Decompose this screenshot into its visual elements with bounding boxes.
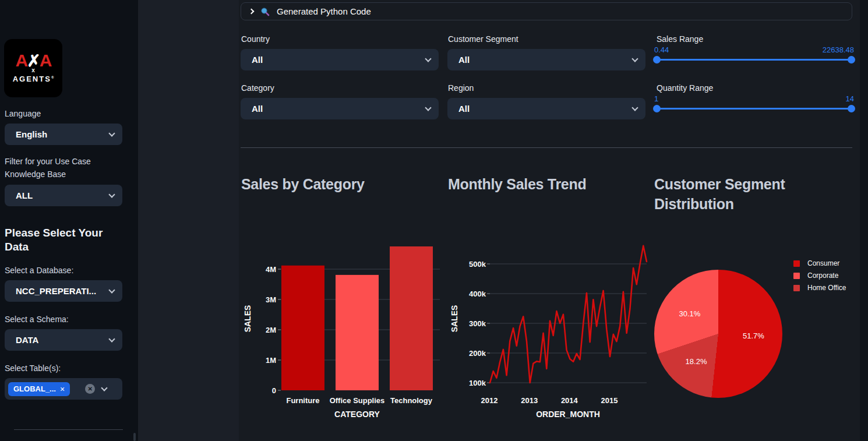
logo-monogram: A✗A — [16, 53, 51, 69]
select-data-heading-line1: Please Select Your — [5, 226, 103, 239]
database-select[interactable]: NCC_PREPERATI... — [5, 280, 122, 302]
remove-chip-icon[interactable]: × — [60, 384, 65, 394]
y-axis-title: SALES — [450, 305, 459, 333]
legend-item: Home Office — [793, 284, 846, 292]
x-axis-title: ORDER_MONTH — [536, 410, 600, 419]
trend-line — [490, 246, 647, 383]
slider-thumb-max[interactable] — [848, 105, 855, 112]
region-label: Region — [448, 83, 474, 93]
quantity-range-values: 1 14 — [654, 94, 854, 103]
y-tick-label: 0 — [272, 386, 276, 395]
slider-thumb-min[interactable] — [653, 105, 661, 112]
x-tick-label: 2015 — [601, 396, 618, 405]
logo-x-small: x — [31, 68, 35, 73]
bar — [281, 266, 324, 390]
schema-select-value: DATA — [16, 335, 110, 345]
slider-track — [654, 59, 854, 61]
customer-segment-select-value: All — [458, 55, 633, 65]
bar — [336, 275, 379, 390]
y-tick-label: 100k — [469, 379, 486, 387]
pie-slice-label: 51.7% — [743, 331, 764, 340]
usecase-filter-label-line2: Knowledge Base — [5, 170, 66, 179]
chevron-down-icon — [108, 130, 115, 136]
y-tick-label: 200k — [469, 349, 486, 358]
legend-swatch — [793, 273, 800, 279]
language-select[interactable]: English — [5, 124, 122, 145]
x-axis-title: CATEGORY — [334, 410, 380, 419]
usecase-filter-select[interactable]: ALL — [5, 185, 122, 206]
legend-swatch — [793, 285, 800, 291]
legend-label: Home Office — [807, 284, 846, 292]
tables-label: Select Table(s): — [5, 364, 61, 373]
expander-label: Generated Python Code — [277, 6, 371, 16]
sales-range-min: 0.44 — [654, 45, 669, 54]
region-select[interactable]: All — [447, 98, 645, 119]
quantity-range-slider[interactable] — [654, 105, 854, 112]
app-logo: A✗A x AGENTS® — [4, 39, 62, 97]
language-select-value: English — [16, 129, 110, 139]
sidebar-scrollbar[interactable] — [133, 433, 136, 441]
country-select[interactable]: All — [241, 49, 439, 70]
y-tick-label: 300k — [469, 319, 486, 328]
line-chart: Monthly Sales Trend 100k200k300k400k500k… — [447, 149, 651, 422]
sales-range-slider[interactable] — [654, 56, 854, 63]
legend-swatch — [793, 260, 800, 267]
logo-wordmark: AGENTS® — [13, 75, 54, 83]
y-axis-title: SALES — [243, 305, 252, 333]
y-tick-label: 4M — [266, 265, 276, 274]
chevron-down-icon — [425, 55, 431, 62]
chevron-down-icon — [631, 55, 638, 62]
x-tick-label: 2013 — [521, 396, 538, 405]
legend-label: Consumer — [807, 259, 839, 267]
chevron-down-icon — [108, 287, 115, 293]
category-select[interactable]: All — [241, 98, 439, 119]
chevron-down-icon — [425, 104, 431, 111]
schema-label: Select a Schema: — [5, 315, 69, 324]
pie-legend: ConsumerCorporateHome Office — [793, 259, 846, 292]
customer-segment-select[interactable]: All — [447, 49, 645, 70]
chevron-down-icon — [101, 384, 107, 391]
table-chip[interactable]: GLOBAL_... × — [8, 382, 70, 396]
bar-chart-plot: 01M2M3M4MFurnitureOffice SuppliesTechnol… — [241, 149, 444, 422]
tables-multiselect[interactable]: GLOBAL_... × ✕ — [5, 378, 122, 400]
section-divider — [241, 147, 852, 148]
bar — [390, 246, 433, 390]
slider-thumb-max[interactable] — [848, 56, 855, 63]
sales-range-values: 0.44 22638.48 — [654, 45, 854, 54]
y-tick-label: 1M — [266, 356, 276, 365]
bar-chart: Sales by Category 01M2M3M4MFurnitureOffi… — [241, 149, 444, 422]
legend-item: Consumer — [793, 259, 846, 267]
chevron-right-icon — [249, 9, 255, 15]
table-chip-label: GLOBAL_... — [13, 384, 56, 393]
quantity-range-min: 1 — [654, 94, 658, 103]
category-select-value: All — [252, 104, 426, 114]
search-icon — [260, 7, 270, 16]
schema-select[interactable]: DATA — [5, 329, 122, 351]
quantity-range-max: 14 — [846, 94, 854, 103]
slider-track — [654, 108, 854, 110]
quantity-range-label: Quantity Range — [657, 83, 713, 93]
pie-slice-label: 18.2% — [686, 357, 707, 366]
select-data-heading-line2: Data — [5, 240, 29, 253]
sidebar-divider — [14, 429, 123, 430]
x-tick-label: 2014 — [561, 396, 578, 405]
chevron-down-icon — [631, 104, 638, 111]
usecase-filter-label-line1: Filter for your Use Case — [5, 157, 91, 166]
x-tick-label: Technology — [390, 396, 433, 405]
sales-range-label: Sales Range — [657, 34, 703, 44]
country-select-value: All — [252, 55, 426, 65]
region-select-value: All — [458, 104, 633, 114]
y-tick-label: 500k — [469, 260, 486, 269]
y-tick-label: 3M — [266, 295, 276, 304]
database-select-value: NCC_PREPERATI... — [16, 286, 110, 296]
x-tick-label: 2012 — [481, 396, 498, 405]
clear-all-icon[interactable]: ✕ — [85, 384, 95, 394]
customer-segment-label: Customer Segment — [448, 34, 518, 44]
legend-label: Corporate — [807, 271, 838, 280]
slider-thumb-min[interactable] — [653, 56, 661, 63]
chevron-down-icon — [108, 191, 115, 197]
generated-code-expander[interactable]: Generated Python Code — [241, 2, 852, 20]
usecase-filter-value: ALL — [16, 190, 110, 200]
pie-slice-label: 30.1% — [679, 309, 701, 317]
y-tick-label: 400k — [469, 290, 486, 298]
